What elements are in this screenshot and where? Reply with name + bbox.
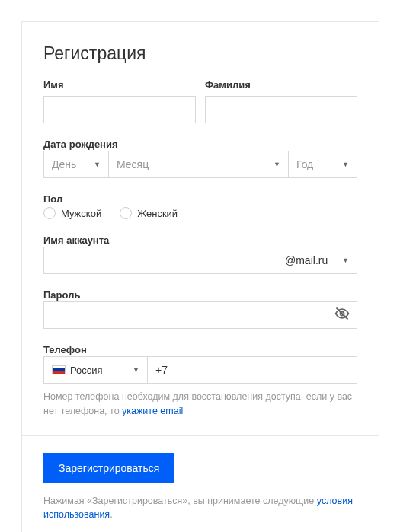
account-field: Имя аккаунта @mail.ru ▼ [43, 233, 357, 274]
year-placeholder: Год [296, 158, 313, 170]
firstname-label: Имя [43, 79, 196, 91]
password-wrap [43, 301, 357, 329]
firstname-input[interactable] [43, 96, 196, 123]
firstname-field: Имя [43, 79, 196, 123]
domain-value: @mail.ru [285, 254, 328, 266]
caret-down-icon: ▼ [133, 366, 139, 374]
caret-down-icon: ▼ [342, 161, 349, 168]
gender-female-radio[interactable]: Женский [120, 207, 178, 219]
day-select[interactable]: День ▼ [43, 151, 109, 178]
gender-male-radio[interactable]: Мужской [43, 207, 101, 219]
lastname-input[interactable] [205, 96, 357, 123]
radio-circle-icon [43, 207, 56, 219]
specify-email-link[interactable]: укажите email [122, 406, 183, 416]
phone-note-text: Номер телефона необходим для восстановле… [43, 391, 352, 416]
phone-row: Россия ▼ [43, 356, 357, 384]
gender-radio-group: Мужской Женский [43, 207, 357, 219]
divider [22, 435, 379, 436]
eye-off-icon[interactable] [334, 306, 350, 324]
month-placeholder: Месяц [117, 158, 149, 170]
lastname-label: Фамилия [205, 79, 357, 91]
month-select[interactable]: Месяц ▼ [109, 151, 289, 178]
password-field: Пароль [43, 288, 357, 329]
country-name: Россия [70, 365, 103, 376]
caret-down-icon: ▼ [94, 161, 101, 168]
page-title: Регистрация [43, 43, 357, 64]
account-row: @mail.ru ▼ [43, 247, 357, 274]
terms-prefix: Нажимая «Зарегистрироваться», вы принима… [43, 495, 317, 506]
domain-select[interactable]: @mail.ru ▼ [277, 247, 357, 274]
phone-field: Телефон Россия ▼ Номер телефона необходи… [43, 342, 357, 419]
password-label: Пароль [43, 289, 80, 301]
caret-down-icon: ▼ [274, 161, 280, 168]
gender-label: Пол [43, 193, 62, 205]
lastname-field: Фамилия [205, 79, 357, 123]
phone-note: Номер телефона необходим для восстановле… [43, 390, 357, 419]
account-label: Имя аккаунта [43, 234, 109, 246]
gender-female-label: Женский [137, 208, 178, 219]
year-select[interactable]: Год ▼ [289, 151, 357, 178]
birthday-field: Дата рождения День ▼ Месяц ▼ Год ▼ [43, 137, 357, 178]
birthday-selects: День ▼ Месяц ▼ Год ▼ [43, 151, 357, 178]
gender-male-label: Мужской [61, 208, 101, 219]
country-select[interactable]: Россия ▼ [43, 356, 147, 384]
caret-down-icon: ▼ [342, 256, 349, 264]
birthday-label: Дата рождения [43, 139, 118, 150]
terms-suffix: . [110, 509, 112, 520]
phone-input[interactable] [147, 356, 357, 384]
submit-button[interactable]: Зарегистрироваться [43, 453, 174, 483]
gender-field: Пол Мужской Женский [43, 192, 357, 219]
day-placeholder: День [52, 158, 76, 170]
radio-circle-icon [120, 207, 132, 219]
password-input[interactable] [43, 301, 357, 329]
name-row: Имя Фамилия [43, 79, 357, 123]
registration-form: Регистрация Имя Фамилия Дата рождения Де… [21, 21, 379, 532]
terms-text: Нажимая «Зарегистрироваться», вы принима… [43, 494, 357, 523]
account-input[interactable] [43, 247, 277, 274]
russia-flag-icon [52, 365, 66, 374]
phone-label: Телефон [43, 344, 87, 355]
